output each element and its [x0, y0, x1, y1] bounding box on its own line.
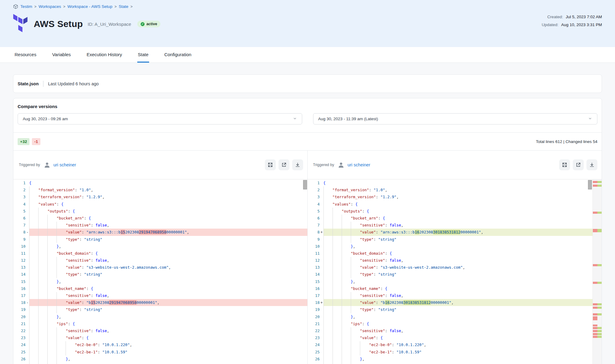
line-number: 18+: [308, 299, 323, 306]
user-avatar-icon: [44, 162, 50, 168]
line-number: 18-: [13, 299, 29, 306]
scrollbar-thumb[interactable]: [588, 180, 592, 189]
line-number: 12: [308, 257, 323, 264]
line-number: 20: [308, 313, 323, 320]
tab-configuration[interactable]: Configuration: [164, 47, 192, 63]
code-line: 20 },: [308, 313, 593, 320]
right-version-value: Aug 30, 2023 - 11:39 am (Latest): [318, 117, 378, 121]
added-line-marker: +: [320, 229, 323, 236]
line-number: 13: [308, 264, 323, 271]
diff-overview-mark: [593, 330, 602, 332]
download-button[interactable]: [292, 159, 303, 170]
diff-overview-mark: [593, 212, 602, 214]
line-number: 1: [13, 179, 29, 186]
line-number: 23: [13, 334, 29, 341]
tab-state[interactable]: State: [137, 47, 149, 63]
line-number: 11: [308, 250, 323, 257]
line-number: 11: [13, 250, 29, 257]
tab-resources[interactable]: Resources: [14, 47, 37, 63]
breadcrumb-separator: >: [63, 5, 65, 9]
breadcrumb-testim[interactable]: Testim: [20, 4, 32, 9]
breadcrumb-workspace-aws-setup[interactable]: Workspace - AWS Setup: [67, 4, 112, 9]
triggered-by-user-link[interactable]: uri scheiner: [347, 162, 370, 167]
breadcrumb-state[interactable]: State: [119, 4, 128, 9]
title-row: AWS Setup ID: A_Uri_Workspace ✓ active C…: [13, 14, 602, 34]
triggered-by-user-link[interactable]: uri scheiner: [53, 162, 76, 167]
tab-variables[interactable]: Variables: [52, 47, 71, 63]
line-number: 4: [13, 201, 29, 208]
tab-execution-history[interactable]: Execution History: [86, 47, 123, 63]
right-version-select[interactable]: Aug 30, 2023 - 11:39 am (Latest): [313, 113, 598, 124]
line-number: 9: [308, 236, 323, 243]
line-number: 14: [308, 271, 323, 278]
line-number: 27: [308, 362, 323, 364]
code-lines-new: 1{2 "format_version": "1.0",3 "terraform…: [308, 179, 593, 364]
diff-panel-old: Triggered by uri scheiner: [13, 151, 308, 364]
code-line: 11 "bucket_domain": {: [308, 250, 593, 257]
code-line: 22 "sensitive": false,: [13, 327, 307, 334]
workspace-id: ID: A_Uri_Workspace: [88, 22, 131, 27]
scrollbar-thumb[interactable]: [303, 180, 307, 189]
download-button[interactable]: [586, 159, 597, 170]
code-viewer-old: 1{2 "format_version": "1.0",3 "terraform…: [13, 179, 307, 364]
compare-card: Compare versions Aug 30, 2023 - 09:26 am…: [13, 98, 602, 364]
diff-overview-mark: [593, 325, 602, 326]
line-number: 19: [308, 306, 323, 313]
triggered-by-label: Triggered by: [313, 163, 334, 167]
code-line: 26 },: [13, 355, 307, 362]
diff-overview-mark: [593, 282, 602, 284]
line-number: 17: [308, 292, 323, 299]
line-number: 22: [13, 327, 29, 334]
diff-panel-new: Triggered by uri scheiner: [308, 151, 602, 364]
left-version-value: Aug 30, 2023 - 09:26 am: [23, 117, 68, 121]
code-line: 21 "ips": {: [308, 320, 593, 327]
left-version-select[interactable]: Aug 30, 2023 - 09:26 am: [18, 113, 302, 124]
updated-row: Updated: Aug 10, 2023 3:31 PM: [542, 22, 602, 27]
line-number: 5: [308, 208, 323, 215]
line-number: 6: [308, 215, 323, 222]
code-viewer-new: 1{2 "format_version": "1.0",3 "terraform…: [308, 179, 602, 364]
open-external-button[interactable]: [573, 159, 584, 170]
check-circle-icon: ✓: [141, 22, 145, 26]
workspace-meta: Created: Jul 5, 2023 7:02 AM Updated: Au…: [542, 14, 602, 27]
code-line: 9 "type": "string": [308, 236, 593, 243]
line-number: 20: [13, 313, 29, 320]
code-line: 5 "outputs": {: [13, 208, 307, 215]
line-number: 3: [308, 193, 323, 200]
expand-button[interactable]: [559, 159, 570, 170]
compare-heading: Compare versions: [18, 104, 597, 109]
line-number: 2: [13, 186, 29, 193]
code-line: 15 },: [308, 278, 593, 285]
created-row: Created: Jul 5, 2023 7:02 AM: [542, 15, 602, 19]
breadcrumb: Testim > Workspaces > Workspace - AWS Se…: [13, 4, 602, 9]
diff-overview-mark: [593, 336, 602, 338]
code-line: 1{: [13, 179, 307, 186]
breadcrumb-workspaces[interactable]: Workspaces: [39, 4, 61, 9]
line-number: 26: [13, 355, 29, 362]
line-number: 21: [13, 320, 29, 327]
code-line: 24 "ec2-be-0": "10.0.1.220",: [13, 341, 307, 348]
code-line: 11 "bucket_domain": {: [13, 250, 307, 257]
line-number: 15: [13, 278, 29, 285]
line-number: 23: [308, 334, 323, 341]
code-line: 8- "value": "arn:aws:s3:::b1520230829194…: [13, 229, 307, 236]
workspace-state-page: Testim > Workspaces > Workspace - AWS Se…: [0, 0, 615, 364]
file-last-updated: Last Updated 6 hours ago: [48, 81, 99, 86]
expand-button[interactable]: [265, 159, 276, 170]
updated-label: Updated:: [542, 22, 559, 27]
line-number: 7: [308, 222, 323, 229]
panel-actions: [265, 159, 303, 170]
code-line: 23 "value": {: [308, 334, 593, 341]
version-selectors: Aug 30, 2023 - 09:26 am Aug 30, 2023 - 1…: [13, 109, 602, 132]
code-line: 14 "type": "string": [13, 271, 307, 278]
line-number: 3: [13, 193, 29, 200]
line-number: 25: [308, 349, 323, 355]
open-external-button[interactable]: [278, 159, 289, 170]
additions-badge: +32: [18, 138, 29, 145]
diff-overview-mark: [593, 333, 602, 335]
line-number: 26: [308, 355, 323, 362]
line-number: 7: [13, 222, 29, 229]
code-line: 20 },: [13, 313, 307, 320]
code-line: 25 "ec2-be-1": "10.0.1.59": [308, 349, 593, 355]
state-body: State.json Last Updated 6 hours ago Comp…: [0, 63, 615, 364]
